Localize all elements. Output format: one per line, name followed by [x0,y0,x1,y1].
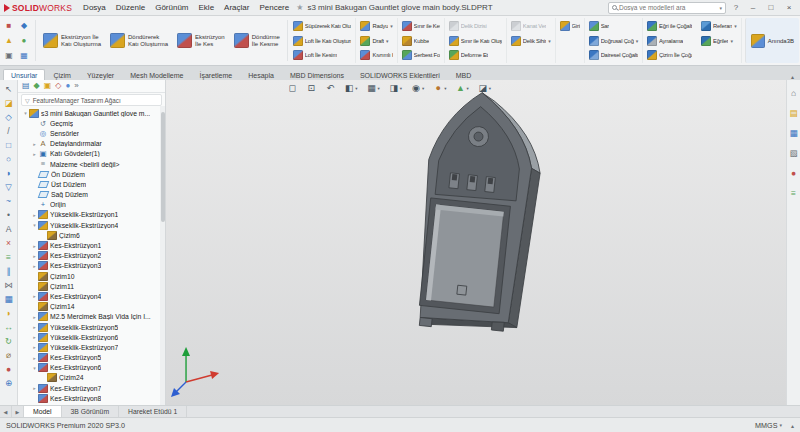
tab-unsurlar[interactable]: Unsurlar [3,69,45,80]
menu-pencere[interactable]: Pencere [254,3,294,12]
ribbon-kanat-ver[interactable]: Kanat Ver [510,19,552,33]
minimize-button[interactable]: – [746,1,760,15]
zoom-icon[interactable]: ⊕ [2,378,15,389]
tree-scrollbar-thumb[interactable] [161,112,165,222]
ribbon-d-nd-rme-i-le-kesme[interactable]: Döndürmeİle Kesme [230,18,284,63]
tree-item-kes-ekstr-zyon1[interactable]: ▸Kes-Ekstrüzyon1 [20,240,165,250]
view-settings-icon[interactable]: ◪▾ [476,82,493,94]
dimxpertmanager-tab-icon[interactable]: ◇ [55,82,61,90]
tree-item-detayland-rmalar[interactable]: ▸ADetaylandırmalar [20,139,165,149]
view-orientation-icon[interactable]: ▦▾ [365,82,382,94]
ribbon-deforme-et[interactable]: Deforme Et [448,48,503,62]
ribbon-loft-i-le-kesim[interactable]: Loft İle Kesim [292,48,353,62]
ribbon-ekstr-zyon-i-le-kat-olu-turma[interactable]: Ekstrüzyon İleKatı Oluşturma [39,18,105,63]
expand-arrow-icon[interactable]: ▸ [31,212,38,218]
tree-item-malzeme-belirli-de-il[interactable]: ≡Malzeme <belirli değil> [20,159,165,169]
custom-properties-icon[interactable]: ≡ [787,188,800,199]
tree-item-m2-5-mercimek-ba-l-vida-i-in-i[interactable]: ▸M2.5 Mercimek Başlı Vida İçin I... [20,312,165,322]
favorites-star-icon[interactable]: ★ [296,3,303,12]
zoom-area-icon[interactable]: ⊡ [304,82,318,94]
tree-item-y-kseklik-ekstr-zyon6[interactable]: ▸Yükseklik-Ekstrüzyon6 [20,332,165,342]
tree-item-y-kseklik-ekstr-zyon1[interactable]: ▸Yükseklik-Ekstrüzyon1 [20,210,165,220]
expand-arrow-icon[interactable]: ▸ [31,344,38,350]
tree-item-izim10[interactable]: Çizim10 [20,271,165,281]
chevron-down-icon[interactable]: ▾ [400,86,402,91]
chevron-down-icon[interactable]: ▾ [719,5,722,11]
apply-scene-icon[interactable]: ▲▾ [454,82,471,94]
unit-system-selector[interactable]: MMGS ▾ [752,421,785,430]
ribbon-draft[interactable]: Draft▾ [359,34,393,48]
tab-hesapla[interactable]: Hesapla [240,69,282,80]
document-tab-hareket-et-d-1[interactable]: Hareket Etüdü 1 [119,406,187,417]
propertymanager-tab-icon[interactable]: ◆ [34,82,40,90]
model-gauntlet-part[interactable] [411,88,547,336]
document-tab-model[interactable]: Model [24,406,62,417]
tree-item-st-d-zlem[interactable]: Üst Düzlem [20,179,165,189]
expand-arrow-icon[interactable]: ▸ [31,151,38,157]
ribbon-izim-i-le-o-altma[interactable]: Çizim İle Çoğaltma [646,48,693,62]
polygon-icon[interactable]: ▽ [2,182,15,193]
move-entities-icon[interactable]: ↔ [2,322,15,333]
close-button[interactable]: × [782,1,796,15]
help-button[interactable]: ? [730,3,742,12]
chevron-down-icon[interactable]: ▾ [422,86,424,91]
tab-scroll-right-icon[interactable]: ▶ [12,406,24,417]
expand-arrow-icon[interactable]: ▸ [31,334,38,340]
expand-arrow-icon[interactable]: ▾ [31,222,38,228]
appearance-icon[interactable]: ● [2,364,15,375]
text-icon[interactable]: A [2,224,15,235]
ribbon-e-ri-ile-o-altma[interactable]: Eğri ile Çoğaltma [646,19,693,33]
menu-dosya[interactable]: Dosya [78,3,111,12]
expand-arrow-icon[interactable]: ▸ [31,314,38,320]
tree-item-izim6[interactable]: Çizim6 [20,230,165,240]
ribbon-loft-i-le-kat-olu-turma[interactable]: Loft İle Katı Oluşturma [292,34,353,48]
ribbon-s-n-r-ile-kesme[interactable]: Sınır ile Kesme [401,19,441,33]
chevron-down-icon[interactable]: ▾ [444,86,446,91]
expand-arrow-icon[interactable]: ▾ [31,365,38,371]
tree-item-y-kseklik-ekstr-zyon5[interactable]: ▸Yükseklik-Ekstrüzyon5 [20,322,165,332]
edit-material-icon[interactable]: ■ [2,19,16,33]
selection-tools-icon[interactable]: ▦ [17,49,31,63]
ribbon-referans[interactable]: Referans ...▾ [700,19,738,33]
expand-arrow-icon[interactable]: ▸ [31,324,38,330]
tree-item-izim11[interactable]: Çizim11 [20,281,165,291]
tree-item-orijin[interactable]: +Orijin [20,200,165,210]
expand-arrow-icon[interactable]: ▸ [31,293,38,299]
offset-entities-icon[interactable]: ∥ [2,266,15,277]
sketch-tools-icon[interactable]: ▲ [2,34,16,48]
trim-entities-icon[interactable]: × [2,238,15,249]
tree-item-kes-ekstr-zyon7[interactable]: ▸Kes-Ekstrüzyon7 [20,383,165,393]
ribbon-e-riler[interactable]: Eğriler▾ [700,34,738,48]
tab-mbd[interactable]: MBD [448,69,480,80]
tree-item-kat-g-vdeler-1[interactable]: ▸▣Katı Gövdeler(1) [20,149,165,159]
tree-item-izim24[interactable]: Çizim24 [20,373,165,383]
tree-item-kes-ekstr-zyon2[interactable]: ▸Kes-Ekstrüzyon2 [20,251,165,261]
chevron-down-icon[interactable]: ▾ [355,86,357,91]
rectangle-icon[interactable]: □ [2,140,15,151]
expand-arrow-icon[interactable]: ▸ [31,355,38,361]
ribbon-radyus[interactable]: Radyus▾ [359,19,393,33]
tab-solidworks-eklentileri[interactable]: SOLIDWORKS Eklentileri [352,69,448,80]
ribbon-delik-dizisi[interactable]: Delik Dizisi [448,19,503,33]
smart-dimension-icon[interactable]: ◇ [2,112,15,123]
display-tools-icon[interactable]: ▣ [2,49,16,63]
tree-item-y-kseklik-ekstr-zyon7[interactable]: ▸Yükseklik-Ekstrüzyon7 [20,342,165,352]
display-style-icon[interactable]: ◨▾ [387,82,404,94]
circle-icon[interactable]: ○ [2,154,15,165]
chevron-down-icon[interactable]: ▾ [386,38,388,44]
design-library-icon[interactable]: ▤ [787,108,800,119]
viewport-3d[interactable]: ◻⊡↶◧▾▦▾◨▾◉▾●▾▲▾◪▾ [166,80,786,405]
ribbon-serbest-form[interactable]: Serbest Form [401,48,441,62]
rotate-view-icon[interactable]: ↻ [2,336,15,347]
tree-item-kes-ekstr-zyon8[interactable]: Kes-Ekstrüzyon8 [20,393,165,403]
tree-item-n-d-zlem[interactable]: Ön Düzlem [20,169,165,179]
ribbon-d-nd-rerek-kat-olu-turma[interactable]: DöndürerekKatı Oluşturma [106,18,172,63]
task-pane-home-icon[interactable]: ⌂ [787,88,800,99]
panel-tabs-overflow-icon[interactable]: » [74,82,78,90]
menu-g-r-n-m[interactable]: Görünüm [150,3,193,12]
ribbon-sar[interactable]: Sar [588,19,639,33]
tree-item-kes-ekstr-zyon3[interactable]: ▸Kes-Ekstrüzyon3 [20,261,165,271]
chevron-down-icon[interactable]: ▾ [467,86,469,91]
file-explorer-icon[interactable]: ▦ [787,128,800,139]
mirror-entities-icon[interactable]: ⋈ [2,280,15,291]
